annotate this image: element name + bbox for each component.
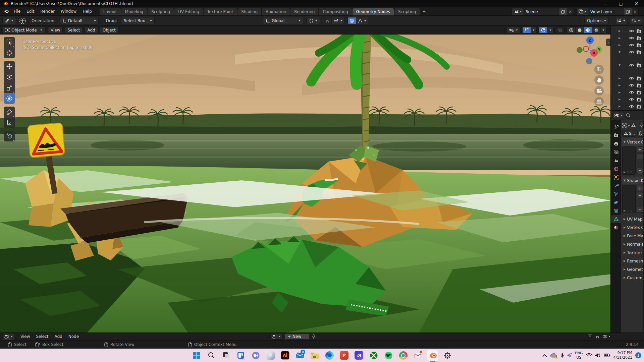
tab-shading[interactable]: Shading xyxy=(237,8,261,15)
disclosure-icon[interactable]: ▶ xyxy=(619,44,623,47)
fake-user-shield-button[interactable] xyxy=(637,130,643,137)
show-overlays-toggle[interactable] xyxy=(539,27,548,33)
outliner-row-child[interactable] xyxy=(611,69,643,75)
tab-layout[interactable]: Layout xyxy=(100,8,121,15)
navigation-gizmo[interactable]: Z Y X xyxy=(575,35,603,67)
tab-material[interactable] xyxy=(611,223,621,232)
tab-rendering[interactable]: Rendering xyxy=(290,8,318,15)
gizmo-axis-x-neg[interactable] xyxy=(577,47,583,53)
maximize-button[interactable]: □ xyxy=(613,0,629,7)
vertex-groups-listbox[interactable]: ▶ :::: xyxy=(622,146,636,175)
new-view-layer-button[interactable] xyxy=(624,8,632,15)
illustrator-app[interactable]: Ai xyxy=(278,349,292,362)
outliner-row[interactable]: ▶ xyxy=(611,82,643,89)
shape-key-specials-button[interactable] xyxy=(637,206,643,213)
tab-scripting[interactable]: Scripting xyxy=(394,8,420,15)
pivot-point-dropdown[interactable] xyxy=(306,17,320,24)
show-gizmo-toggle[interactable] xyxy=(523,27,531,33)
viewport-menu-view[interactable]: View xyxy=(48,26,63,34)
tab-output[interactable] xyxy=(611,139,621,148)
xray-toggle[interactable] xyxy=(556,27,564,33)
search-icon[interactable] xyxy=(626,113,631,118)
mail-app[interactable]: 8 xyxy=(292,349,307,362)
viewport-menu-select[interactable]: Select xyxy=(65,26,83,34)
menu-help[interactable]: Help xyxy=(79,7,95,15)
snap-toggle[interactable] xyxy=(323,17,332,24)
minimize-button[interactable]: — xyxy=(598,0,613,7)
tab-object[interactable] xyxy=(611,173,621,181)
close-button[interactable]: × xyxy=(629,0,644,7)
vertex-group-specials-button[interactable] xyxy=(637,168,643,174)
xbox-app[interactable] xyxy=(366,349,381,362)
outliner-row-child[interactable] xyxy=(611,56,643,62)
tool-move[interactable] xyxy=(4,61,15,72)
remove-shape-key-button[interactable]: − xyxy=(637,192,643,198)
node-menu-select[interactable]: Select xyxy=(33,333,51,341)
section-vertex-colors[interactable]: ▶Vertex Colors xyxy=(622,224,643,231)
viewport-3d[interactable]: Object Mode View Select Add Object xyxy=(0,26,611,333)
task-view-button[interactable] xyxy=(219,349,233,362)
menu-window[interactable]: Window xyxy=(58,7,79,15)
hide-eye-icon[interactable] xyxy=(629,76,634,80)
outliner-row[interactable]: ▶ xyxy=(611,89,643,96)
blender-app[interactable] xyxy=(425,349,440,362)
sidebar-collapse-arrow[interactable]: ‹ xyxy=(606,39,610,46)
outliner-row[interactable]: ▶ xyxy=(611,75,643,82)
outliner-row[interactable]: ▶ xyxy=(611,96,643,103)
tab-modifiers[interactable] xyxy=(611,181,621,190)
outliner-row[interactable]: ▶ xyxy=(611,103,643,110)
tab-view-layer[interactable] xyxy=(611,148,621,156)
outliner-filter-dropdown[interactable] xyxy=(630,17,642,24)
disable-render-camera-icon[interactable] xyxy=(636,43,642,47)
hide-eye-icon[interactable] xyxy=(629,105,634,108)
tool-scale[interactable] xyxy=(4,82,15,93)
hide-eye-icon[interactable] xyxy=(629,36,634,40)
add-workspace-button[interactable]: + xyxy=(420,8,428,15)
taskbar-clock[interactable]: 9:17 PM 4/11/2021 xyxy=(613,351,632,360)
notification-count-badge[interactable]: 1 xyxy=(635,352,641,358)
teams-chat-button[interactable] xyxy=(248,349,263,362)
outliner-row[interactable]: ▶ xyxy=(611,42,643,49)
disable-render-camera-icon[interactable] xyxy=(636,83,642,87)
shading-rendered-button[interactable] xyxy=(592,27,601,33)
disclosure-icon[interactable]: ▶ xyxy=(619,105,623,108)
taskbar-search[interactable] xyxy=(204,349,219,362)
editor-type-button[interactable] xyxy=(2,17,16,24)
snapping-icon[interactable] xyxy=(595,334,600,339)
gmail-app[interactable] xyxy=(411,349,425,362)
camera-view-button[interactable] xyxy=(594,86,604,96)
node-menu-node[interactable]: Node xyxy=(65,333,82,341)
onedrive-tray-icon[interactable] xyxy=(550,353,557,358)
tool-rotate[interactable] xyxy=(4,72,15,82)
falloff-dropdown[interactable] xyxy=(356,17,368,24)
object-visibility-dropdown[interactable] xyxy=(507,27,520,33)
disclosure-icon[interactable]: ▶ xyxy=(619,77,623,80)
hide-eye-icon[interactable] xyxy=(629,83,634,87)
section-shape-keys[interactable]: ▼ Shape Keys xyxy=(622,177,643,184)
properties-editor-type-button[interactable] xyxy=(612,112,624,118)
edge-browser-app[interactable] xyxy=(322,349,337,362)
overlap-icon[interactable] xyxy=(602,335,607,339)
disclosure-icon[interactable]: ▼ xyxy=(619,64,623,67)
shading-material-preview-button[interactable] xyxy=(584,27,592,33)
hide-eye-icon[interactable] xyxy=(629,43,634,47)
disclosure-icon[interactable]: ▶ xyxy=(619,37,623,40)
section-face-maps[interactable]: ▶Face Maps xyxy=(622,232,643,240)
list-grip[interactable]: ▶ :::: xyxy=(624,209,632,212)
start-button[interactable] xyxy=(189,349,204,362)
transform-orientation-dropdown[interactable]: Global xyxy=(263,17,303,24)
hide-eye-icon[interactable] xyxy=(629,29,634,33)
tool-measure[interactable] xyxy=(4,117,15,128)
tool-cursor[interactable] xyxy=(4,48,15,58)
mesh-name-field[interactable]: S... xyxy=(622,130,636,137)
tab-modeling[interactable]: Modeling xyxy=(121,8,147,15)
new-scene-button[interactable] xyxy=(559,8,567,15)
options-button[interactable]: Options xyxy=(584,17,609,24)
scene-icon[interactable] xyxy=(512,8,523,15)
disclosure-icon[interactable]: ▶ xyxy=(619,98,623,101)
disclosure-icon[interactable]: ▶ xyxy=(619,91,623,94)
unlink-scene-button[interactable]: × xyxy=(567,8,574,15)
hide-eye-icon[interactable] xyxy=(629,50,634,54)
node-menu-view[interactable]: View xyxy=(17,333,33,341)
mode-dropdown[interactable]: Object Mode xyxy=(3,26,45,34)
